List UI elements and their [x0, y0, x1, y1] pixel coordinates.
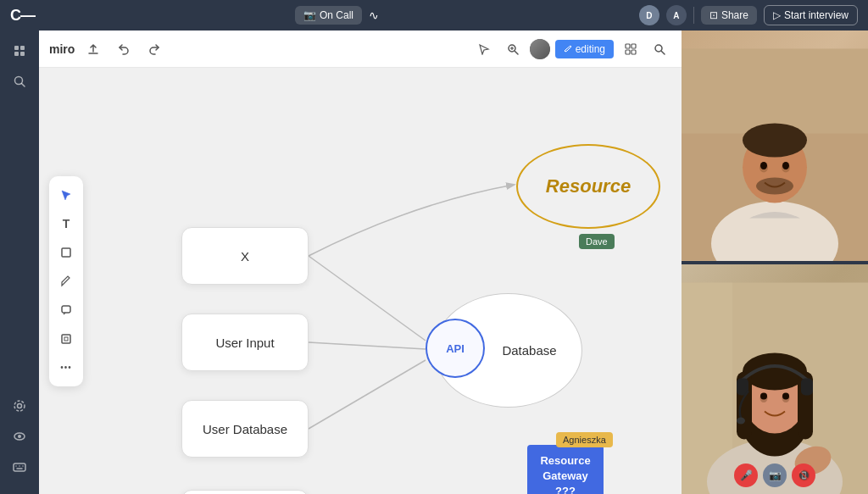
connections-svg	[39, 68, 682, 494]
avatar-a: A	[666, 5, 687, 25]
api-bottom-node[interactable]: API	[181, 490, 309, 494]
editing-label: editing	[576, 43, 605, 55]
svg-line-17	[515, 51, 518, 54]
svg-point-43	[760, 162, 767, 169]
redo-button[interactable]	[142, 37, 166, 61]
sidebar-eye[interactable]	[6, 423, 33, 450]
separator	[693, 7, 694, 24]
text-tool[interactable]: T	[53, 210, 80, 237]
x-node-label: X	[241, 249, 249, 264]
pen-tool[interactable]	[53, 268, 80, 295]
sidebar-bottom	[6, 392, 33, 487]
canvas-wrapper: miro ed	[39, 31, 682, 494]
svg-rect-26	[62, 248, 70, 257]
api-circle-label: API	[446, 342, 465, 355]
comment-tool[interactable]	[53, 297, 80, 324]
x-node[interactable]: X	[181, 227, 309, 285]
video-toggle-button[interactable]: 📷	[763, 463, 787, 487]
svg-point-9	[18, 435, 21, 438]
on-call-button[interactable]: 📷 On Call	[295, 6, 362, 25]
user-avatar	[530, 39, 550, 59]
share-label: Share	[721, 9, 748, 21]
zoom-button[interactable]	[501, 37, 525, 61]
share-button[interactable]: ⊡ Share	[701, 6, 757, 25]
svg-point-60	[737, 417, 745, 424]
svg-rect-28	[62, 335, 70, 343]
male-person-svg	[682, 31, 868, 261]
avatar-d: D	[639, 5, 659, 25]
video-controls: 🎤 📷 📵	[734, 463, 815, 487]
hangup-button[interactable]: 📵	[792, 463, 815, 487]
sidebar-keyboard[interactable]	[6, 453, 33, 480]
svg-rect-2	[14, 52, 19, 56]
camera-icon: 📷	[303, 9, 316, 21]
svg-rect-20	[626, 44, 630, 48]
on-call-label: On Call	[320, 9, 353, 21]
sticky-note-label: ResourceGateway???	[540, 454, 590, 494]
user-input-label: User Input	[215, 336, 274, 350]
svg-rect-22	[626, 50, 630, 54]
undo-button[interactable]	[112, 37, 136, 61]
svg-line-5	[22, 84, 25, 87]
svg-point-44	[782, 162, 789, 169]
svg-point-7	[14, 401, 25, 411]
resource-bubble[interactable]: Resource	[516, 144, 660, 229]
video-bg-male	[682, 31, 868, 261]
video-slot-2: 🎤 📷 📵	[682, 264, 868, 495]
user-database-label: User Database	[203, 422, 287, 436]
right-video-panel: 🎤 📷 📵	[682, 31, 868, 494]
svg-rect-21	[632, 44, 636, 48]
miro-toolbar: miro ed	[39, 31, 682, 68]
svg-point-56	[760, 392, 767, 399]
top-bar: C— 📷 On Call ∿ D A ⊡ Share ▷ Start inter…	[0, 0, 868, 31]
svg-point-57	[782, 392, 789, 399]
svg-rect-27	[62, 306, 70, 313]
start-interview-button[interactable]: ▷ Start interview	[764, 5, 858, 25]
resource-gateway-sticky[interactable]: ResourceGateway???	[527, 445, 604, 494]
svg-rect-1	[20, 46, 25, 50]
svg-rect-0	[14, 46, 19, 50]
panel-button[interactable]	[619, 37, 643, 61]
database-label: Database	[502, 343, 556, 358]
video-bg-female: 🎤 📷 📵	[682, 264, 868, 495]
cursor-tool[interactable]	[53, 181, 80, 208]
dave-text: Dave	[586, 236, 608, 247]
main-area: miro ed	[0, 31, 868, 494]
svg-point-24	[655, 45, 662, 52]
female-person-svg	[682, 264, 868, 495]
svg-rect-23	[632, 50, 636, 54]
sidebar-search[interactable]	[6, 68, 33, 95]
dave-label: Dave	[579, 234, 615, 249]
more-tools[interactable]: •••	[53, 354, 80, 381]
floating-tools-panel: T •••	[49, 176, 83, 386]
miro-logo: miro	[49, 42, 75, 56]
top-bar-right: D A ⊡ Share ▷ Start interview	[639, 5, 858, 25]
wifi-icon: ∿	[369, 8, 379, 22]
svg-point-42	[756, 178, 793, 195]
left-sidebar	[0, 31, 39, 494]
frame-tool[interactable]	[53, 325, 80, 352]
start-interview-label: Start interview	[784, 9, 849, 21]
sidebar-settings[interactable]	[6, 392, 33, 419]
svg-rect-3	[20, 52, 25, 56]
agnieszka-label: Agnieszka	[556, 432, 613, 447]
mute-button[interactable]: 🎤	[734, 463, 758, 487]
editing-button[interactable]: editing	[555, 40, 614, 58]
api-circle[interactable]: API	[426, 319, 485, 378]
cursor-mode-button[interactable]	[472, 37, 496, 61]
svg-line-32	[309, 360, 426, 429]
user-input-node[interactable]: User Input	[181, 314, 309, 371]
svg-line-30	[309, 256, 426, 341]
upload-button[interactable]	[81, 37, 105, 61]
top-bar-left: C—	[10, 7, 35, 25]
video-slot-1	[682, 31, 868, 261]
svg-point-39	[743, 124, 807, 158]
search-canvas-button[interactable]	[648, 37, 671, 61]
svg-line-25	[662, 51, 665, 54]
user-database-node[interactable]: User Database	[181, 400, 309, 458]
resource-label: Resource	[546, 175, 631, 197]
sidebar-new-tab[interactable]	[6, 37, 33, 64]
sticky-tool[interactable]	[53, 239, 80, 266]
canvas-area[interactable]: T •••	[39, 68, 682, 494]
svg-point-6	[18, 404, 22, 408]
